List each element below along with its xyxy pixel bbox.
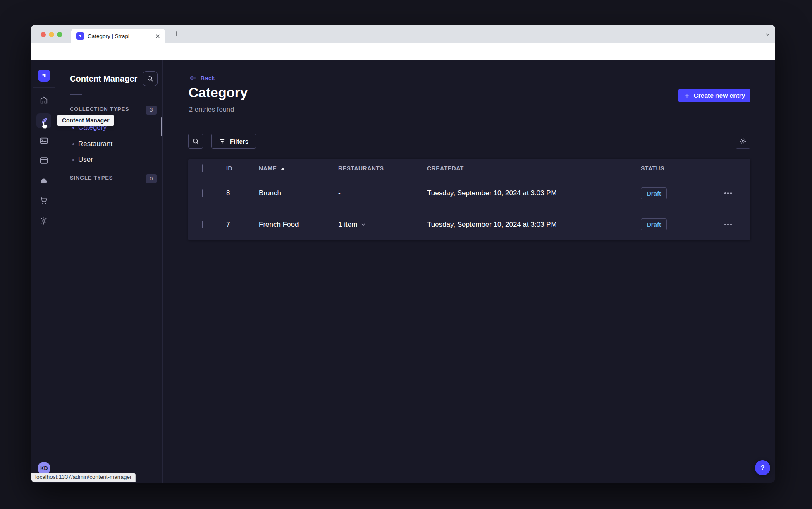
strapi-logo-icon[interactable]	[38, 70, 50, 82]
search-icon	[192, 137, 200, 145]
cloud-icon[interactable]	[39, 176, 48, 185]
cell-id: 7	[226, 221, 230, 228]
back-link[interactable]: Back	[189, 74, 215, 82]
subnav-search-button[interactable]	[143, 71, 158, 86]
main-content: Back Category 2 entries found Create new…	[163, 60, 775, 483]
table-header-row: ID NAME RESTAURANTS CREATEDAT STATUS	[188, 159, 750, 178]
minimize-window-button[interactable]	[49, 32, 54, 37]
fullscreen-window-button[interactable]	[57, 32, 62, 37]
subnav-title: Content Manager	[70, 71, 137, 86]
strapi-app: KD Content Manager COLLECTION TYPES 3 Ca…	[31, 60, 775, 483]
rail-divider	[33, 87, 55, 88]
chevron-down-icon	[361, 222, 366, 227]
marketplace-cart-icon[interactable]	[39, 196, 48, 205]
content-type-builder-icon[interactable]	[39, 156, 48, 165]
restaurants-expand-toggle[interactable]: 1 item	[338, 221, 427, 229]
status-badge: Draft	[641, 218, 667, 230]
mouse-cursor	[40, 120, 49, 130]
strapi-favicon-icon	[76, 32, 84, 40]
close-window-button[interactable]	[41, 32, 46, 37]
header-status: STATUS	[641, 165, 724, 172]
cell-createdat: Tuesday, September 10, 2024 at 3:03 PM	[427, 221, 557, 228]
back-arrow-icon	[189, 74, 197, 82]
bullet-icon	[72, 159, 74, 161]
collection-types-label: COLLECTION TYPES	[70, 106, 129, 112]
status-badge: Draft	[641, 187, 667, 199]
browser-toolbar: localhost:1337/admin/content-manager/col…	[31, 43, 775, 60]
bullet-icon	[72, 143, 74, 145]
table-search-button[interactable]	[188, 134, 203, 149]
filter-icon	[219, 138, 226, 145]
header-createdat: CREATEDAT	[427, 165, 641, 172]
browser-tab[interactable]: Category | Strapi	[71, 29, 165, 43]
link-status-bar: localhost:1337/admin/content-manager	[31, 473, 136, 482]
new-tab-button[interactable]	[172, 30, 180, 38]
cell-createdat: Tuesday, September 10, 2024 at 3:03 PM	[427, 189, 557, 197]
tab-close-icon[interactable]	[155, 34, 160, 39]
row-actions-menu-icon[interactable]	[724, 220, 738, 230]
row-checkbox[interactable]	[202, 189, 203, 197]
cell-name: French Food	[259, 221, 299, 228]
single-types-label: SINGLE TYPES	[70, 175, 113, 181]
row-actions-menu-icon[interactable]	[724, 188, 738, 198]
plus-icon	[684, 93, 690, 99]
sidebar-item-restaurant[interactable]: Restaurant	[72, 139, 112, 149]
subnav-scrollbar[interactable]	[161, 117, 162, 136]
header-checkbox-cell	[188, 165, 216, 172]
entries-count: 2 entries found	[189, 106, 234, 113]
browser-window: Category | Strapi localhost:1337/admin/c…	[31, 25, 775, 483]
settings-gear-icon[interactable]	[39, 216, 48, 226]
rail-tooltip: Content Manager	[57, 115, 114, 126]
bullet-icon	[72, 127, 74, 129]
create-new-entry-button[interactable]: Create new entry	[678, 89, 750, 102]
sort-ascending-icon	[281, 168, 285, 170]
cell-id: 8	[226, 189, 230, 197]
table-row[interactable]: 7 French Food 1 item Tuesday, September …	[188, 209, 750, 240]
configure-view-button[interactable]	[736, 134, 750, 149]
browser-tab-bar: Category | Strapi	[31, 25, 775, 43]
tab-search-chevron-icon[interactable]	[764, 31, 771, 37]
header-id[interactable]: ID	[216, 165, 259, 172]
table-row[interactable]: 8 Brunch - Tuesday, September 10, 2024 a…	[188, 178, 750, 209]
media-library-icon[interactable]	[39, 136, 48, 145]
row-checkbox[interactable]	[202, 221, 203, 228]
subnav-divider	[70, 94, 82, 95]
cell-restaurants: -	[338, 189, 341, 197]
page-title: Category	[189, 85, 248, 101]
home-icon[interactable]	[39, 96, 48, 105]
cell-name: Brunch	[259, 189, 281, 197]
entries-table: ID NAME RESTAURANTS CREATEDAT STATUS	[188, 159, 750, 240]
single-types-count-badge: 0	[146, 174, 157, 183]
gear-icon	[739, 137, 747, 145]
select-all-checkbox[interactable]	[202, 164, 203, 172]
header-name[interactable]: NAME	[259, 165, 338, 172]
header-restaurants: RESTAURANTS	[338, 165, 427, 172]
filters-button[interactable]: Filters	[211, 134, 256, 149]
tab-title: Category | Strapi	[88, 33, 155, 39]
sidebar-item-user[interactable]: User	[72, 155, 93, 165]
help-button[interactable]: ?	[755, 460, 770, 475]
collection-types-count-badge: 3	[146, 106, 157, 115]
